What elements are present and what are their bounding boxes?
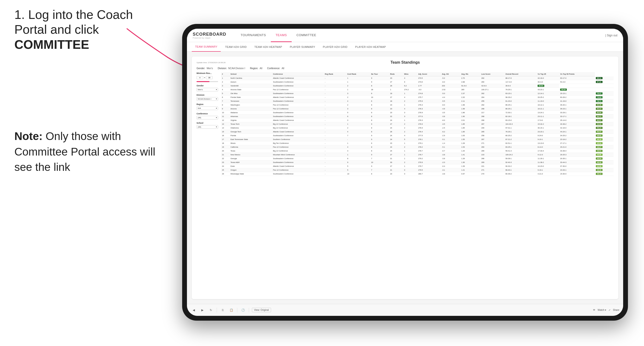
table-cell: 78.71: [595, 99, 614, 103]
sidebar-division-select[interactable]: NCAA Division I ▾: [196, 97, 218, 101]
table-row: 2AuburnSoutheastern Conference-19276273.…: [221, 80, 614, 84]
table-cell: 96-29-2: [504, 95, 537, 99]
table-cell: 266: [480, 157, 504, 161]
table-cell: 1.55: [460, 138, 480, 141]
table-cell: 6.2: [403, 84, 417, 88]
table-cell: 33-44-3: [559, 161, 595, 164]
min-rounds-to[interactable]: [206, 76, 212, 79]
table-header-row: Update time: 27/03/2024 16:56:26 Team St…: [196, 60, 614, 65]
col-vs-top25: Vs Top 25: [537, 72, 559, 76]
table-cell: 46.16: [595, 138, 614, 141]
col-conf-rank: Conf Rank: [346, 72, 370, 76]
tablet-frame: SCOREBOARD Powered by clippd TOURNAMENTS…: [182, 24, 628, 321]
table-cell: 20-35-1: [559, 157, 595, 161]
table-cell: 8: [370, 115, 389, 118]
region-value: All: [260, 67, 262, 70]
table-cell: 276.9: [417, 111, 441, 115]
toolbar-clock-btn[interactable]: 🕐: [240, 307, 246, 313]
table-cell: 24: [389, 126, 403, 130]
table-cell: Vanderbilt: [230, 84, 272, 88]
table-cell: 2.88: [460, 80, 480, 84]
toolbar-forward-btn[interactable]: ▶: [200, 307, 205, 313]
sign-out-link[interactable]: | Sign out: [606, 34, 618, 37]
table-row: 25OregonPac-12 Conference-57210279.5-3.1…: [221, 168, 614, 172]
table-cell: 1: [346, 141, 370, 145]
sub-nav-player-h2h-grid[interactable]: PLAYER H2H GRID: [320, 42, 351, 52]
table-cell: 18: [221, 141, 230, 145]
table-cell: -: [324, 149, 346, 153]
table-cell: 278.7: [417, 153, 441, 157]
table-cell: 60.71: [595, 115, 614, 118]
toolbar-share-label[interactable]: Share: [613, 309, 619, 311]
table-cell: Texas: [230, 149, 272, 153]
table-cell: 29-15-1: [559, 92, 595, 95]
table-cell: 109-24-2: [504, 153, 537, 157]
note-text: Note: Only those with Committee Portal a…: [14, 129, 163, 175]
table-cell: 9: [370, 153, 389, 157]
table-cell: 276.3: [417, 118, 441, 122]
table-cell: -6.0: [441, 80, 460, 84]
table-cell: 18: [389, 99, 403, 103]
toolbar-view-btn[interactable]: View: Original: [252, 308, 271, 312]
table-cell: 2.37: [460, 92, 480, 95]
table-cell: -: [324, 92, 346, 95]
table-cell: 61-23-0: [504, 99, 537, 103]
table-cell: Florida: [230, 134, 272, 138]
table-cell: 24: [389, 134, 403, 138]
toolbar-back-btn[interactable]: ◀: [191, 307, 196, 313]
table-cell: 7: [346, 134, 370, 138]
table-cell: 5: [346, 111, 370, 115]
toolbar-copy-btn[interactable]: ⎘: [220, 307, 226, 313]
sub-nav-team-summary[interactable]: TEAM SUMMARY: [192, 42, 221, 52]
table-cell: 60-26-2: [559, 95, 595, 99]
sidebar-region-select[interactable]: N/A ▾: [196, 107, 218, 110]
sidebar-gender-select[interactable]: Men's ▾: [196, 88, 218, 91]
sidebar-school-select[interactable]: (All) ▾: [196, 125, 218, 129]
col-avg-sg: Avg. SG: [441, 72, 460, 76]
toolbar-watch-label[interactable]: Watch ▾: [598, 309, 606, 311]
sub-nav-player-summary[interactable]: PLAYER SUMMARY: [286, 42, 318, 52]
toolbar-expand-btn[interactable]: ⤢: [608, 309, 610, 311]
table-cell: -: [324, 141, 346, 145]
sub-nav-team-h2h-grid[interactable]: TEAM H2H GRID: [222, 42, 250, 52]
table-cell: 3: [403, 115, 417, 118]
table-cell: -: [324, 88, 346, 92]
nav-tournaments[interactable]: TOURNAMENTS: [236, 29, 271, 42]
range-slider[interactable]: [196, 81, 218, 82]
table-cell: 27: [389, 80, 403, 84]
table-cell: -2.0: [441, 161, 460, 164]
table-cell: 275.7: [417, 95, 441, 99]
table-cell: 10-23-0: [537, 164, 559, 168]
toolbar-separator-3: [249, 308, 249, 313]
table-row: 13Texas TechBig 12 Conference-19272276.9…: [221, 122, 614, 126]
sub-nav-team-h2h-heatmap[interactable]: TEAM H2H HEATMAP: [251, 42, 286, 52]
toolbar-reload-btn[interactable]: ↻: [208, 307, 214, 313]
table-cell: 15-30-0: [559, 172, 595, 176]
table-cell: Southeastern Conference: [272, 92, 324, 95]
conference-value: All: [282, 67, 284, 70]
table-cell: 59.94: [595, 122, 614, 126]
logo-text: SCOREBOARD: [193, 32, 226, 37]
table-cell: 278.1: [417, 138, 441, 141]
nav-teams[interactable]: TEAMS: [271, 29, 292, 42]
table-cell: 1.98: [460, 107, 480, 111]
nav-committee[interactable]: COMMITTEE: [292, 29, 321, 42]
table-cell: 8: [370, 126, 389, 130]
min-rounds-from[interactable]: [196, 76, 203, 79]
table-cell: 16: [221, 134, 230, 138]
table-cell: -3.5: [441, 122, 460, 126]
table-cell: 279.7: [417, 164, 441, 168]
col-school: School: [230, 72, 272, 76]
table-cell: 40-38-2: [559, 122, 595, 126]
table-cell: 27: [389, 95, 403, 99]
table-cell: 2: [403, 130, 417, 134]
sidebar-conference-select[interactable]: (All) ▾: [196, 116, 218, 119]
table-cell: Tennessee: [230, 99, 272, 103]
table-cell: -3.8: [441, 115, 460, 118]
table-cell: Big Ten Conference: [272, 141, 324, 145]
table-cell: -: [346, 138, 370, 141]
table-cell: 12: [221, 118, 230, 122]
sub-nav-player-h2h-heatmap[interactable]: PLAYER H2H HEATMAP: [352, 42, 389, 52]
toolbar-paste-btn[interactable]: 📋: [228, 307, 234, 313]
table-cell: 11: [221, 115, 230, 118]
